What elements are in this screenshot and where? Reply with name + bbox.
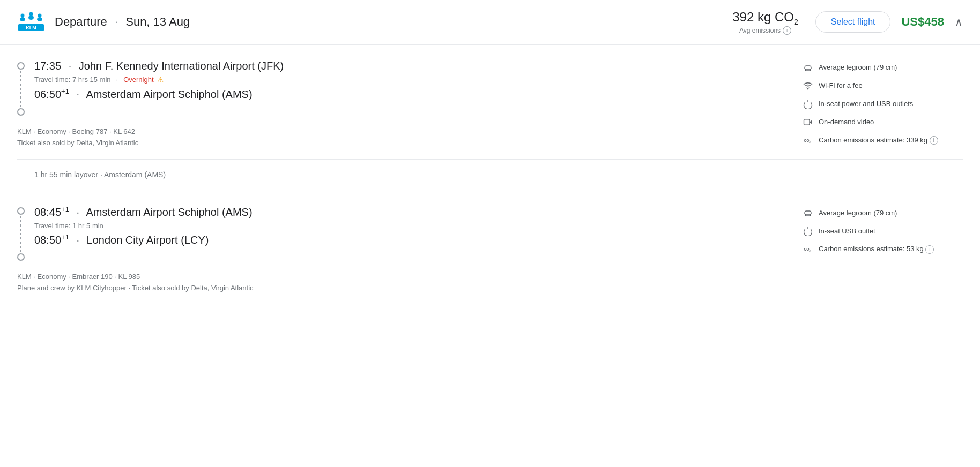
co2-info-icon[interactable]: i — [925, 245, 934, 254]
amenity-text: Wi-Fi for a fee — [819, 81, 863, 89]
segment2-timeline-content: 08:45+1 · Amsterdam Airport Schiphol (AM… — [34, 205, 759, 246]
svg-marker-11 — [810, 120, 812, 124]
segment1-left: 17:35 · John F. Kennedy International Ai… — [17, 60, 781, 149]
svg-text:CO: CO — [804, 247, 810, 251]
co2-info-icon[interactable]: i — [930, 136, 938, 145]
klm-logo: KLM — [17, 11, 45, 33]
segment1-amenities: Average legroom (79 cm) Wi-Fi for a fee … — [781, 60, 963, 149]
wifi-icon — [803, 80, 813, 91]
seg1-arrival-time: 06:50+1 · Amsterdam Airport Schiphol (AM… — [34, 87, 759, 101]
dot-line — [20, 71, 21, 107]
seat-icon — [803, 207, 813, 218]
seg2-departure-time: 08:45+1 · Amsterdam Airport Schiphol (AM… — [34, 205, 759, 219]
svg-text:2: 2 — [809, 250, 811, 252]
segment2-amenities: Average legroom (79 cm) In-seat USB outl… — [781, 205, 963, 294]
power-icon — [803, 99, 813, 109]
svg-point-2 — [38, 14, 42, 18]
seg1-flight-details: KLM · Economy · Boeing 787 · KL 642 Tick… — [17, 126, 759, 149]
flight-segment-1: 17:35 · John F. Kennedy International Ai… — [17, 45, 963, 160]
overnight-warning-icon: ⚠ — [157, 76, 164, 84]
seg2-travel-info: Travel time: 1 hr 5 min — [34, 222, 759, 230]
select-flight-button[interactable]: Select flight — [815, 11, 891, 33]
departure-title: Departure · Sun, 13 Aug — [55, 15, 190, 29]
amenity-row: Average legroom (79 cm) — [803, 207, 963, 218]
segment1-timeline-content: 17:35 · John F. Kennedy International Ai… — [34, 60, 759, 101]
co2-value: 392 kg CO2 — [732, 10, 798, 26]
segment2-left: 08:45+1 · Amsterdam Airport Schiphol (AM… — [17, 205, 781, 294]
segment1-timeline: 17:35 · John F. Kennedy International Ai… — [17, 60, 759, 116]
seg2-flight-details: KLM · Economy · Embraer 190 · KL 985 Pla… — [17, 272, 759, 294]
segment2-timeline: 08:45+1 · Amsterdam Airport Schiphol (AM… — [17, 205, 759, 261]
svg-text:2: 2 — [809, 140, 811, 143]
emissions-info: 392 kg CO2 Avg emissions i — [732, 10, 798, 35]
collapse-icon[interactable]: ∧ — [955, 16, 963, 28]
timeline-dots-2 — [17, 205, 25, 261]
overnight-label: Overnight — [123, 76, 153, 84]
power-icon — [803, 225, 813, 236]
svg-point-5 — [37, 17, 42, 21]
flight-segment-2: 08:45+1 · Amsterdam Airport Schiphol (AM… — [17, 190, 963, 305]
header: KLM Departure · Sun, 13 Aug 392 kg CO2 A… — [0, 0, 980, 45]
svg-point-9 — [807, 88, 808, 89]
avg-emissions-label: Avg emissions i — [739, 26, 791, 35]
layover-info: 1 hr 55 min layover · Amsterdam (AMS) — [17, 160, 963, 190]
emissions-info-icon[interactable]: i — [783, 26, 791, 35]
amenity-text: In-seat power and USB outlets — [819, 100, 913, 108]
svg-point-4 — [28, 16, 34, 20]
amenity-row: CO 2 Carbon emissions estimate: 339 kg i — [803, 135, 963, 146]
svg-rect-10 — [804, 119, 810, 125]
arrival-dot-2 — [17, 253, 25, 261]
amenity-text: Carbon emissions estimate: 339 kg i — [819, 136, 938, 145]
header-left: KLM Departure · Sun, 13 Aug — [17, 11, 732, 33]
svg-point-3 — [20, 17, 25, 21]
svg-point-0 — [21, 14, 25, 18]
amenity-row: In-seat USB outlet — [803, 225, 963, 236]
price-label: US$458 — [901, 15, 944, 29]
seg1-travel-info: Travel time: 7 hrs 15 min · Overnight ⚠ — [34, 76, 759, 84]
amenity-row: On-demand video — [803, 117, 963, 127]
seat-icon — [803, 62, 813, 73]
co2-icon: CO 2 — [803, 244, 813, 254]
dot-line-2 — [20, 216, 21, 252]
amenity-text: In-seat USB outlet — [819, 227, 875, 235]
amenity-text: Carbon emissions estimate: 53 kg i — [819, 245, 934, 254]
header-right: Select flight US$458 ∧ — [815, 11, 963, 33]
departure-dot-2 — [17, 207, 25, 215]
departure-dot — [17, 62, 25, 70]
amenity-row: Wi-Fi for a fee — [803, 80, 963, 91]
amenity-text: On-demand video — [819, 118, 874, 126]
seg1-departure-time: 17:35 · John F. Kennedy International Ai… — [34, 60, 759, 72]
amenity-row: CO 2 Carbon emissions estimate: 53 kg i — [803, 244, 963, 254]
amenity-row: Average legroom (79 cm) — [803, 62, 963, 73]
seg2-arrival-time: 08:50+1 · London City Airport (LCY) — [34, 233, 759, 246]
arrival-dot — [17, 108, 25, 116]
amenity-text: Average legroom (79 cm) — [819, 209, 897, 217]
amenity-row: In-seat power and USB outlets — [803, 99, 963, 109]
flight-details-content: 17:35 · John F. Kennedy International Ai… — [0, 45, 980, 305]
svg-point-1 — [29, 12, 33, 16]
timeline-dots-1 — [17, 60, 25, 116]
svg-text:KLM: KLM — [26, 25, 36, 31]
svg-text:CO: CO — [804, 139, 810, 142]
co2-icon: CO 2 — [803, 135, 813, 146]
amenity-text: Average legroom (79 cm) — [819, 63, 897, 71]
video-icon — [803, 117, 813, 127]
